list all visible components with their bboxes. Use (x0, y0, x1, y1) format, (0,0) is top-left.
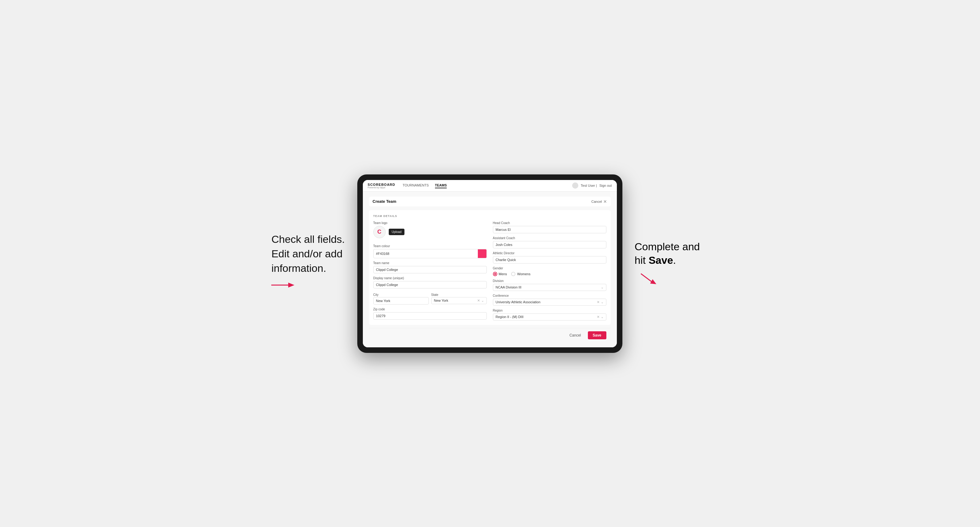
display-name-label: Display name (unique) (373, 276, 487, 280)
logo-title: SCOREBOARD (368, 183, 395, 186)
arrow-left-icon (271, 279, 296, 291)
womens-radio[interactable] (511, 272, 515, 276)
state-select[interactable]: New York ✕ ⌄ (431, 297, 487, 304)
sign-out-link[interactable]: Sign out (599, 184, 612, 187)
main-content: Create Team Cancel ✕ TEAM DETAILS (363, 192, 617, 347)
logo-circle: C (373, 226, 386, 238)
division-group: Division NCAA Division III ⌄ (493, 279, 606, 291)
region-clear-icon[interactable]: ✕ (597, 315, 600, 319)
city-state-row: City State New York ✕ (373, 292, 487, 305)
chevron-down-icon[interactable]: ⌄ (481, 298, 484, 303)
assistant-coach-group: Assistant Coach (493, 237, 606, 248)
tablet-frame: SCOREBOARD Powered by clippd TOURNAMENTS… (357, 175, 622, 353)
athletic-director-input[interactable] (493, 256, 606, 264)
division-label: Division (493, 279, 606, 283)
city-label: City (373, 293, 379, 297)
zip-label: Zip code (373, 308, 487, 311)
division-value: NCAA Division III (496, 286, 601, 289)
conference-label: Conference (493, 294, 606, 297)
page-header: Create Team Cancel ✕ (369, 197, 611, 206)
colour-swatch[interactable] (478, 249, 487, 258)
athletic-director-label: Athletic Director (493, 251, 606, 255)
annotation-left-text: Check all fields. Edit and/or add inform… (271, 232, 345, 295)
form-grid: Team logo C Upload Team colo (373, 221, 606, 321)
zip-input[interactable] (373, 312, 487, 320)
team-colour-group: Team colour (373, 244, 487, 258)
logo-upload-area: C Upload (373, 226, 487, 238)
gender-group: Gender Mens Womens (493, 267, 606, 276)
form-container: TEAM DETAILS Team logo C (369, 210, 611, 325)
team-logo-group: Team logo C Upload (373, 221, 487, 241)
womens-label: Womens (517, 272, 530, 276)
gender-row: Mens Womens (493, 272, 606, 276)
assistant-coach-label: Assistant Coach (493, 237, 606, 240)
athletic-director-group: Athletic Director (493, 251, 606, 264)
annotation-right: Complete and hit Save. (635, 240, 709, 287)
state-value: New York (434, 298, 477, 302)
form-right-column: Head Coach Assistant Coach Athletic Dire… (493, 221, 606, 321)
page-title: Create Team (373, 199, 396, 204)
form-footer: Cancel Save (369, 328, 611, 342)
display-name-group: Display name (unique) (373, 276, 487, 289)
gender-womens-option[interactable]: Womens (511, 272, 530, 276)
chevron-down-icon[interactable]: ⌄ (601, 300, 604, 304)
nav-bar: SCOREBOARD Powered by clippd TOURNAMENTS… (363, 180, 617, 192)
assistant-coach-input[interactable] (493, 241, 606, 248)
state-label: State (431, 293, 438, 297)
mens-radio[interactable] (493, 272, 497, 276)
zip-code-group: Zip code (373, 308, 487, 320)
colour-input-wrapper (373, 249, 487, 258)
state-group: State New York ✕ ⌄ (431, 292, 487, 305)
upload-button[interactable]: Upload (389, 229, 405, 235)
team-logo-label: Team logo (373, 221, 487, 225)
gender-label: Gender (493, 267, 606, 270)
head-coach-input[interactable] (493, 226, 606, 233)
cancel-top-button[interactable]: Cancel ✕ (591, 199, 607, 204)
state-clear-icon[interactable]: ✕ (477, 298, 480, 303)
team-name-group: Team name (373, 261, 487, 273)
form-left-column: Team logo C Upload Team colo (373, 221, 487, 321)
region-dropdown[interactable]: Region II - (M) DIII ✕ ⌄ (493, 313, 606, 321)
team-name-input[interactable] (373, 266, 487, 273)
team-name-label: Team name (373, 261, 487, 265)
tablet-screen: SCOREBOARD Powered by clippd TOURNAMENTS… (363, 180, 617, 347)
chevron-down-icon[interactable]: ⌄ (601, 315, 604, 319)
region-label: Region (493, 309, 606, 312)
svg-marker-1 (288, 283, 294, 287)
conference-group: Conference University Athletic Associati… (493, 294, 606, 306)
annotation-right-bold: Save (649, 254, 673, 266)
save-button[interactable]: Save (588, 331, 606, 339)
team-colour-input[interactable] (374, 250, 478, 257)
nav-links: TOURNAMENTS TEAMS (402, 183, 572, 188)
avatar (572, 183, 578, 189)
logo-sub: Powered by clippd (368, 186, 395, 189)
region-value: Region II - (M) DIII (496, 315, 597, 319)
arrow-right-icon (635, 271, 659, 286)
nav-link-tournaments[interactable]: TOURNAMENTS (402, 183, 429, 188)
conference-value: University Athletic Association (496, 300, 597, 304)
head-coach-label: Head Coach (493, 221, 606, 225)
chevron-down-icon: ⌄ (601, 286, 604, 289)
user-name: Test User | (581, 184, 597, 187)
region-group: Region Region II - (M) DIII ✕ ⌄ (493, 309, 606, 321)
mens-label: Mens (499, 272, 507, 276)
city-input[interactable] (373, 297, 429, 305)
close-icon[interactable]: ✕ (603, 199, 607, 204)
cancel-button[interactable]: Cancel (566, 331, 584, 339)
nav-link-teams[interactable]: TEAMS (435, 183, 447, 188)
section-label: TEAM DETAILS (373, 214, 606, 217)
team-colour-label: Team colour (373, 244, 487, 248)
city-group: City (373, 292, 429, 305)
gender-mens-option[interactable]: Mens (493, 272, 507, 276)
nav-logo: SCOREBOARD Powered by clippd (368, 183, 395, 189)
conference-clear-icon[interactable]: ✕ (597, 300, 600, 304)
head-coach-group: Head Coach (493, 221, 606, 233)
division-dropdown[interactable]: NCAA Division III ⌄ (493, 284, 606, 291)
conference-dropdown[interactable]: University Athletic Association ✕ ⌄ (493, 298, 606, 306)
city-state-group: City State New York ✕ (373, 292, 487, 305)
nav-user: Test User | Sign out (572, 183, 612, 189)
display-name-input[interactable] (373, 281, 487, 289)
